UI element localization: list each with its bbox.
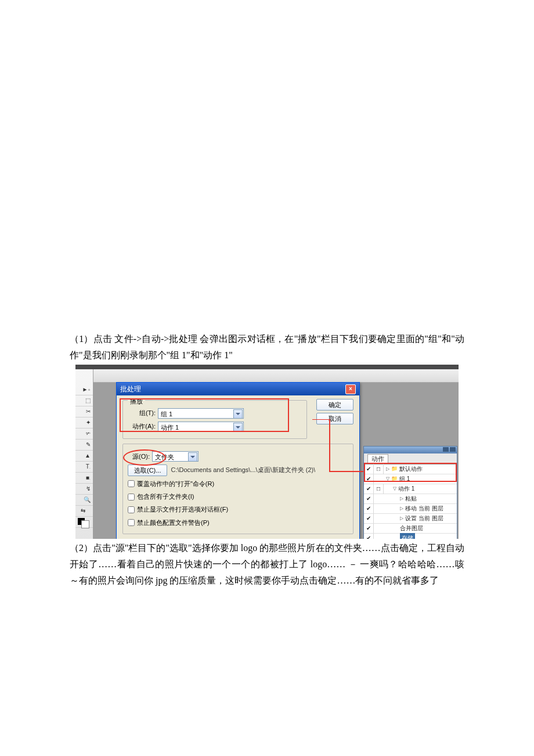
ok-button[interactable]: 确定	[316, 399, 353, 411]
swap-colors-icon[interactable]: ⇆	[75, 506, 93, 517]
paragraph-1: （1）点击 文件->自动->批处理 会弹出图示对话框，在"播放"栏目下我们要确定…	[0, 0, 534, 363]
dialog-title: 批处理	[120, 383, 141, 395]
stamp-tool-icon[interactable]: ▲	[75, 451, 93, 462]
move-tool-icon[interactable]: ►+	[75, 384, 93, 395]
fgbg-swatch-icon[interactable]	[75, 517, 93, 528]
shape-tool-icon[interactable]: ■.	[75, 473, 93, 484]
paragraph-2: （2）点击"源"栏目下的"选取"选择你要加 logo 的那些照片所在的文件夹………	[0, 540, 534, 589]
path-text: C:\Documents and Settings\...\桌面\新建文件夹 (…	[171, 465, 315, 476]
close-icon[interactable]: ×	[345, 384, 356, 394]
override-open-label: 覆盖动作中的"打开"命令(R)	[137, 478, 214, 489]
brush-tool-icon[interactable]: ✎	[75, 440, 93, 451]
tool-palette: ►+ ⬚ ✂ ✦ ✃ ✎ ▲ T. ■. ↯ 🔍 ⇆	[75, 369, 93, 539]
dialog-titlebar: 批处理 ×	[117, 383, 359, 395]
type-tool-icon[interactable]: T.	[75, 462, 93, 473]
include-sub-label: 包含所有子文件夹(I)	[137, 491, 194, 502]
lasso-tool-icon[interactable]: ✂	[75, 406, 93, 417]
actions-list: ✔□▷📁默认动作✔▽📁组 1✔□▽动作 1✔▷粘贴✔▷移动 当前 图层✔▷设置 …	[364, 465, 457, 539]
app-menubar	[75, 365, 459, 369]
play-fieldset: 播放 组(T): 组 1 动作(A): 动作 1	[122, 400, 307, 439]
cancel-button[interactable]: 取消	[316, 413, 353, 424]
suppress-open-label: 禁止显示文件打开选项对话框(F)	[137, 504, 228, 515]
choose-button[interactable]: 选取(C)...	[128, 465, 167, 476]
screenshot: ►+ ⬚ ✂ ✦ ✃ ✎ ▲ T. ■. ↯ 🔍 ⇆ 批处理 ×	[75, 365, 459, 539]
source-fieldset: 源(O): 文件夹 选取(C)... C:\Documents and Sett…	[122, 444, 353, 534]
suppress-open-checkbox[interactable]	[128, 506, 135, 513]
suppress-color-label: 禁止颜色配置文件警告(P)	[137, 517, 210, 528]
override-open-checkbox[interactable]	[128, 480, 135, 487]
group-label: 组(T):	[128, 408, 156, 419]
batch-dialog: 批处理 × 确定 取消 播放 组(T): 组 1 动作(A): 动作 1	[116, 382, 360, 539]
action-row[interactable]: ✔□▽动作 1	[364, 484, 457, 494]
action-row[interactable]: ✔▷设置 当前 图层	[364, 514, 457, 524]
group-select[interactable]: 组 1	[158, 408, 244, 419]
wand-tool-icon[interactable]: ✦	[75, 417, 93, 429]
action-select[interactable]: 动作 1	[158, 422, 244, 432]
crop-tool-icon[interactable]: ✃	[75, 429, 93, 440]
app-options-bar	[93, 369, 459, 383]
action-label: 动作(A):	[128, 421, 156, 432]
include-sub-checkbox[interactable]	[128, 494, 135, 501]
actions-panel: 动作 ✔□▷📁默认动作✔▽📁组 1✔□▽动作 1✔▷粘贴✔▷移动 当前 图层✔▷…	[363, 446, 457, 539]
suppress-color-checkbox[interactable]	[128, 519, 135, 526]
hand-tool-icon[interactable]: ↯	[75, 484, 93, 495]
action-row[interactable]: ✔▷移动 当前 图层	[364, 504, 457, 514]
source-label: 源(O):	[128, 451, 150, 462]
action-row[interactable]: ✔□▷📁默认动作	[364, 465, 457, 474]
play-legend: 播放	[128, 396, 145, 407]
action-row[interactable]: ✔合并图层	[364, 524, 457, 534]
panel-tab[interactable]: 动作	[364, 453, 457, 465]
source-select[interactable]: 文件夹	[152, 451, 199, 462]
panel-topbar	[364, 447, 457, 453]
marquee-tool-icon[interactable]: ⬚	[75, 395, 93, 406]
zoom-tool-icon[interactable]: 🔍	[75, 495, 93, 506]
action-row[interactable]: ✔▽📁组 1	[364, 474, 457, 484]
action-row[interactable]: ✔▷粘贴	[364, 494, 457, 504]
action-row[interactable]: ✔存储	[364, 534, 457, 539]
